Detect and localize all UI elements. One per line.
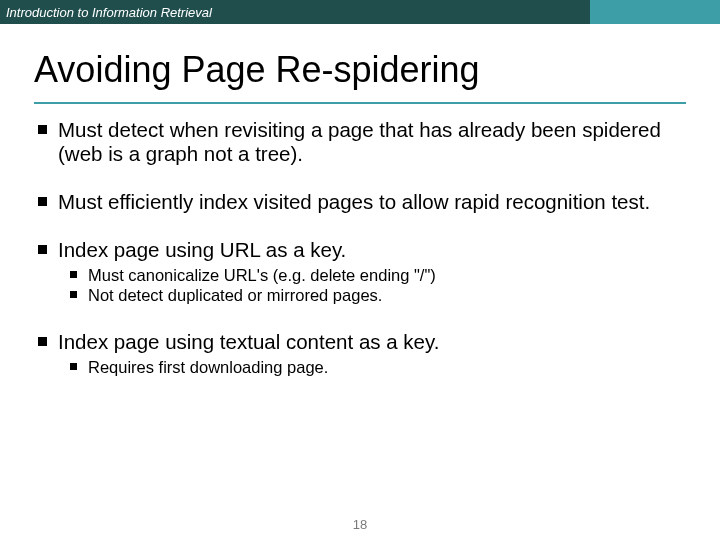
- bullet-list: Must detect when revisiting a page that …: [34, 118, 686, 377]
- bullet-text: Must efficiently index visited pages to …: [58, 190, 650, 213]
- list-item: Index page using textual content as a ke…: [34, 330, 686, 377]
- list-item: Index page using URL as a key. Must cano…: [34, 238, 686, 305]
- page-number: 18: [0, 517, 720, 532]
- slide-title: Avoiding Page Re-spidering: [34, 50, 686, 90]
- bullet-text: Index page using textual content as a ke…: [58, 330, 439, 353]
- sub-bullet-text: Requires first downloading page.: [88, 358, 328, 376]
- sub-bullet-list: Must canonicalize URL's (e.g. delete end…: [58, 265, 686, 305]
- list-item: Not detect duplicated or mirrored pages.: [66, 285, 686, 305]
- sub-bullet-list: Requires first downloading page.: [58, 357, 686, 377]
- header-accent: [590, 0, 720, 24]
- content-area: Must detect when revisiting a page that …: [0, 104, 720, 377]
- header-course-title: Introduction to Information Retrieval: [6, 5, 212, 20]
- bullet-text: Must detect when revisiting a page that …: [58, 118, 661, 165]
- list-item: Must canonicalize URL's (e.g. delete end…: [66, 265, 686, 285]
- title-container: Avoiding Page Re-spidering: [0, 24, 720, 96]
- sub-bullet-text: Must canonicalize URL's (e.g. delete end…: [88, 266, 436, 284]
- list-item: Requires first downloading page.: [66, 357, 686, 377]
- list-item: Must efficiently index visited pages to …: [34, 190, 686, 214]
- header-bar: Introduction to Information Retrieval: [0, 0, 720, 24]
- bullet-text: Index page using URL as a key.: [58, 238, 346, 261]
- list-item: Must detect when revisiting a page that …: [34, 118, 686, 166]
- sub-bullet-text: Not detect duplicated or mirrored pages.: [88, 286, 382, 304]
